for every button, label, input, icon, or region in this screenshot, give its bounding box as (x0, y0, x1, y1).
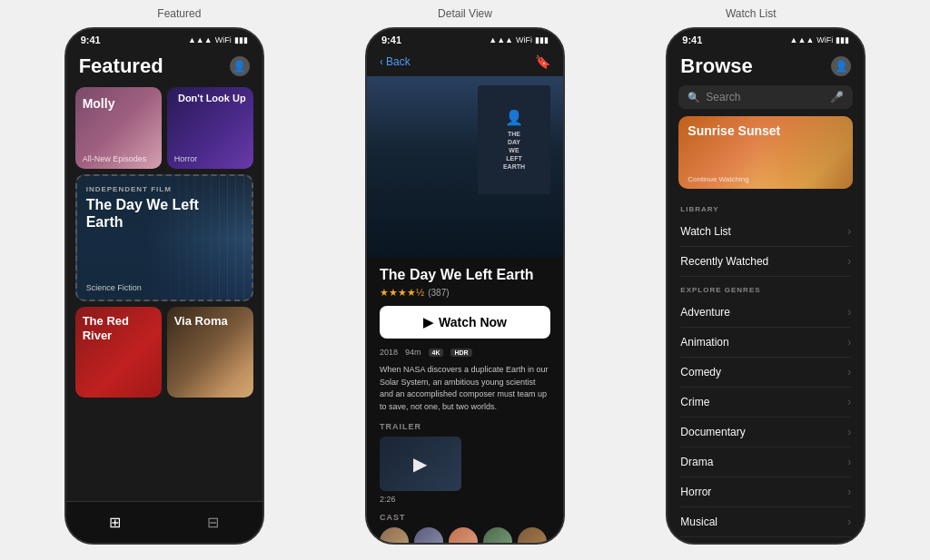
cast-section-label: CAST (380, 513, 550, 522)
genre-documentary[interactable]: Documentary › (680, 418, 851, 447)
movie-title: The Day We Left Earth (380, 267, 550, 283)
genres-label: EXPLORE GENRES (680, 282, 851, 298)
genre-animation[interactable]: Animation › (680, 328, 851, 358)
battery-icon: ▮▮▮ (234, 35, 248, 44)
card-red-river[interactable]: The Red River (75, 307, 162, 398)
status-bar-3: 9:41 ▲▲▲ WiFi ▮▮▮ (668, 29, 864, 47)
genre-adventure[interactable]: Adventure › (680, 298, 851, 328)
cast-member-5 (518, 527, 547, 543)
cast-row (380, 527, 550, 543)
continue-watching-label: Continue Watching (688, 175, 748, 183)
label-watch-list: Watch List (608, 7, 894, 20)
phone-detail: 9:41 ▲▲▲ WiFi ▮▮▮ ‹ Back 🔖 (365, 27, 565, 545)
rating-count: (387) (428, 288, 449, 298)
trailer-thumbnail[interactable]: ▶ (380, 437, 461, 491)
featured-grid: Molly All-New Episodes Don't Look Up Hor… (66, 82, 262, 174)
trailer-play-icon: ▶ (413, 453, 427, 475)
genre-adventure-label: Adventure (680, 306, 730, 319)
bookmark-icon[interactable]: 🔖 (535, 54, 550, 69)
library-section: LIBRARY Watch List › Recently Watched › (668, 196, 864, 279)
chevron-horror: › (847, 486, 851, 498)
cast-member-4 (483, 527, 512, 543)
wifi-icon: WiFi (215, 35, 232, 44)
tab-home-icon[interactable]: ⊞ (109, 514, 121, 531)
library-label: LIBRARY (680, 201, 851, 217)
wifi-icon-2: WiFi (516, 35, 532, 44)
year: 2018 (380, 348, 398, 357)
recently-watched-label: Recently Watched (680, 255, 768, 268)
battery-icon-3: ▮▮▮ (836, 35, 849, 44)
status-icons-2: ▲▲▲ WiFi ▮▮▮ (489, 35, 549, 44)
duration: 94m (405, 348, 421, 357)
label-featured: Featured (36, 7, 322, 20)
featured-title: Featured (79, 54, 163, 78)
cast-member-1 (380, 527, 409, 543)
banner-genre: Science Fiction (86, 283, 142, 292)
signal-icon-3: ▲▲▲ (790, 35, 815, 44)
tab-browse-icon[interactable]: ⊟ (207, 514, 219, 531)
card-horror-label: Horror (174, 154, 198, 163)
avatar[interactable]: 👤 (230, 56, 250, 76)
genre-crime-label: Crime (680, 396, 709, 408)
time-1: 9:41 (81, 34, 101, 45)
card-via-roma[interactable]: Via Roma (167, 307, 253, 398)
chevron-right-watch: › (847, 225, 851, 238)
watchlist-item[interactable]: Watch List › (680, 217, 851, 247)
tab-bar-1: ⊞ ⊟ (66, 501, 262, 543)
back-button[interactable]: ‹ Back (380, 55, 411, 68)
browse-featured-banner[interactable]: Sunrise Sunset Continue Watching (678, 116, 853, 189)
browse-screen: Browse 👤 🔍 Search 🎤 Sunrise Sunset Conti… (668, 47, 864, 543)
trailer-section-label: TRAILER (380, 422, 550, 431)
detail-back-bar: ‹ Back 🔖 (367, 47, 563, 76)
banner-title: The Day We Left Earth (86, 196, 204, 231)
recently-watched-item[interactable]: Recently Watched › (680, 247, 851, 277)
chevron-crime: › (847, 396, 851, 408)
time-2: 9:41 (381, 34, 401, 45)
card-horror-title: Don't Look Up (178, 93, 246, 104)
banner-category: INDEPENDENT FILM (86, 185, 172, 193)
card-molly[interactable]: Molly All-New Episodes (75, 87, 162, 169)
avatar-3[interactable]: 👤 (831, 56, 851, 76)
watch-list-label: Watch List (680, 225, 731, 238)
genre-horror[interactable]: Horror › (680, 477, 851, 507)
chevron-musical: › (847, 516, 851, 528)
detail-info: The Day We Left Earth ★★★★½ (387) ▶ Watc… (367, 258, 563, 543)
detail-screen: ‹ Back 🔖 👤 THEDAYWELEFTEARTH The Day We … (367, 47, 563, 543)
detail-hero: 👤 THEDAYWELEFTEARTH (367, 76, 563, 258)
genre-crime[interactable]: Crime › (680, 388, 851, 418)
cast-member-3 (449, 527, 478, 543)
genre-comedy[interactable]: Comedy › (680, 358, 851, 388)
browse-header: Browse 👤 (668, 47, 864, 82)
genre-musical[interactable]: Musical › (680, 507, 851, 537)
via-roma-title: Via Roma (174, 314, 228, 329)
rating-row: ★★★★½ (387) (380, 287, 550, 299)
battery-icon-2: ▮▮▮ (535, 35, 549, 44)
phone-featured: 9:41 ▲▲▲ WiFi ▮▮▮ Featured 👤 Molly All (64, 27, 264, 545)
time-3: 9:41 (682, 34, 702, 45)
wifi-icon-3: WiFi (816, 35, 833, 44)
bottom-cards: The Red River Via Roma (75, 307, 253, 398)
sunrise-sunset-title: Sunrise Sunset (688, 123, 780, 138)
genre-comedy-label: Comedy (680, 366, 721, 378)
star-rating: ★★★★½ (380, 287, 424, 299)
genre-drama[interactable]: Drama › (680, 447, 851, 477)
watch-now-button[interactable]: ▶ Watch Now (380, 306, 550, 339)
chevron-left-icon: ‹ (380, 55, 383, 68)
search-icon: 🔍 (688, 92, 700, 103)
label-detail-view: Detail View (322, 7, 608, 20)
status-bar-1: 9:41 ▲▲▲ WiFi ▮▮▮ (66, 29, 262, 47)
signal-icon: ▲▲▲ (188, 35, 213, 44)
search-bar[interactable]: 🔍 Search 🎤 (678, 85, 853, 109)
browse-title: Browse (680, 54, 752, 78)
signal-icon-2: ▲▲▲ (489, 35, 513, 44)
card-dont-look-up[interactable]: Don't Look Up Horror (167, 87, 253, 169)
chevron-comedy: › (847, 366, 851, 378)
mic-icon[interactable]: 🎤 (830, 91, 844, 103)
genre-animation-label: Animation (680, 336, 728, 349)
chevron-animation: › (847, 336, 851, 349)
genre-horror-label: Horror (680, 486, 711, 498)
featured-banner[interactable]: INDEPENDENT FILM The Day We Left Earth S… (75, 174, 253, 301)
tunnel-visual (77, 176, 252, 300)
status-icons-3: ▲▲▲ WiFi ▮▮▮ (790, 35, 850, 44)
chevron-right-recent: › (847, 255, 851, 268)
